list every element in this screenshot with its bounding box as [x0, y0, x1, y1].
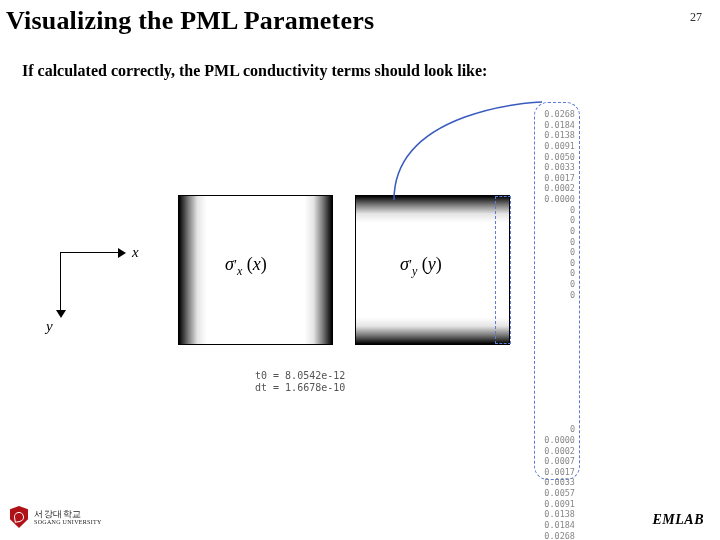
readout-text: t0 = 8.0542e-12 dt = 1.6678e-10: [255, 370, 345, 394]
axis-y-label: y: [46, 318, 53, 335]
sigma-y-label: σ′y (y): [400, 254, 442, 279]
column-values: 0.02680.01840.01380.00910.00500.00330.00…: [534, 102, 580, 480]
university-en: SOGANG UNIVERSITY: [34, 519, 102, 525]
slide-title: Visualizing the PML Parameters: [6, 6, 374, 36]
shield-icon: [10, 506, 28, 528]
axis-diagram: x y: [60, 240, 140, 320]
university-kr: 서강대학교: [34, 510, 102, 519]
callout-line: [392, 100, 547, 210]
column-highlight: [495, 196, 511, 344]
page-number: 27: [690, 10, 702, 25]
subtitle: If calculated correctly, the PML conduct…: [22, 62, 487, 80]
lab-label: EMLAB: [652, 512, 704, 528]
sigma-x-label: σ′x (x): [225, 254, 267, 279]
university-logo: 서강대학교 SOGANG UNIVERSITY: [10, 506, 102, 528]
axis-x-label: x: [132, 244, 139, 261]
